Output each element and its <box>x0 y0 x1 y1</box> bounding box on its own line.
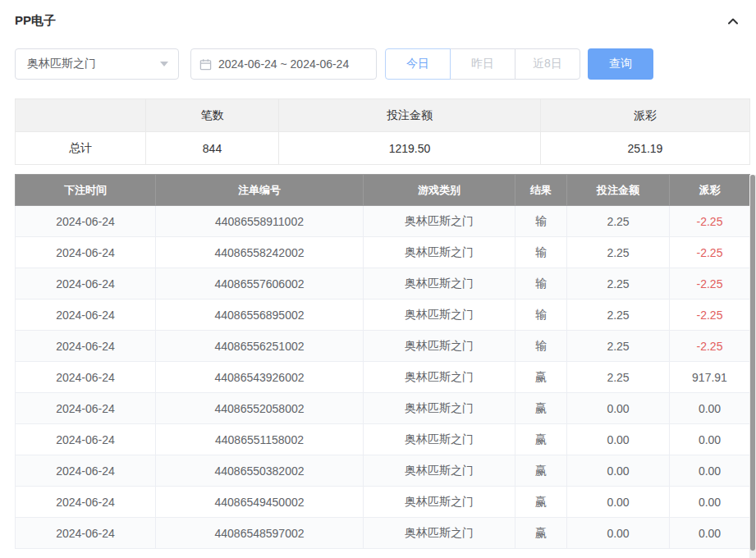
summary-bet-amount: 1219.50 <box>279 132 541 165</box>
bet-time-cell: 2024-06-24 <box>16 237 156 268</box>
column-header: 投注金额 <box>567 175 670 206</box>
date-range-value: 2024-06-24 ~ 2024-06-24 <box>218 57 349 71</box>
payout-cell: 0.00 <box>670 393 750 424</box>
bet-amount-cell: 0.00 <box>567 518 670 549</box>
summary-column-header <box>16 99 146 132</box>
summary-column-header: 派彩 <box>541 99 750 132</box>
summary-header-row: 笔数投注金额派彩 <box>16 99 750 132</box>
date-range-picker[interactable]: 2024-06-24 ~ 2024-06-24 <box>190 48 377 80</box>
table-row: 2024-06-2444086551158002奥林匹斯之门赢0.000.00 <box>16 424 750 455</box>
collapse-chevron-up-icon[interactable] <box>726 15 740 28</box>
table-row: 2024-06-2444086549450002奥林匹斯之门赢0.000.00 <box>16 487 750 518</box>
bet-amount-cell: 0.00 <box>567 393 670 424</box>
result-cell: 赢 <box>515 487 567 518</box>
bet-amount-cell: 0.00 <box>567 487 670 518</box>
order-id-cell: 44086543926002 <box>156 362 364 393</box>
order-id-cell: 44086556895002 <box>156 300 364 331</box>
filter-bar: 奥林匹斯之门 2024-06-24 ~ 2024-06-24 今日昨日近8日 查… <box>0 48 756 80</box>
quick-filter-group: 今日昨日近8日 <box>385 48 580 80</box>
game-select[interactable]: 奥林匹斯之门 <box>15 48 179 80</box>
summary-total-row: 总计 844 1219.50 251.19 <box>16 132 750 165</box>
bet-time-cell: 2024-06-24 <box>16 206 156 237</box>
column-header: 游戏类别 <box>364 175 515 206</box>
game-cell: 奥林匹斯之门 <box>364 455 515 487</box>
payout-cell: -2.25 <box>670 206 750 237</box>
order-id-cell: 44086549450002 <box>156 487 364 518</box>
game-cell: 奥林匹斯之门 <box>364 206 515 237</box>
column-header: 下注时间 <box>16 175 156 206</box>
bet-time-cell: 2024-06-24 <box>16 518 156 549</box>
order-id-cell: 44086556251002 <box>156 331 364 362</box>
column-header: 注单编号 <box>156 175 364 206</box>
result-cell: 赢 <box>515 455 567 487</box>
bet-time-cell: 2024-06-24 <box>16 331 156 362</box>
summary-payout: 251.19 <box>541 132 750 165</box>
summary-table: 笔数投注金额派彩 总计 844 1219.50 251.19 <box>15 98 750 165</box>
result-cell: 输 <box>515 331 567 362</box>
table-row: 2024-06-2444086558242002奥林匹斯之门输2.25-2.25 <box>16 237 750 268</box>
search-button[interactable]: 查询 <box>588 48 653 80</box>
game-cell: 奥林匹斯之门 <box>364 237 515 268</box>
panel-header: PP电子 <box>0 0 756 48</box>
result-cell: 输 <box>515 300 567 331</box>
bet-amount-cell: 2.25 <box>567 300 670 331</box>
payout-cell: -2.25 <box>670 300 750 331</box>
quick-filter-button[interactable]: 近8日 <box>515 48 580 80</box>
column-header: 结果 <box>515 175 567 206</box>
game-cell: 奥林匹斯之门 <box>364 518 515 549</box>
order-id-cell: 44086551158002 <box>156 424 364 455</box>
result-cell: 赢 <box>515 393 567 424</box>
payout-cell: -2.25 <box>670 331 750 362</box>
game-cell: 奥林匹斯之门 <box>364 362 515 393</box>
game-cell: 奥林匹斯之门 <box>364 331 515 362</box>
game-select-value: 奥林匹斯之门 <box>27 57 96 71</box>
table-row: 2024-06-2444086548597002奥林匹斯之门赢0.000.00 <box>16 518 750 549</box>
bet-amount-cell: 2.25 <box>567 237 670 268</box>
payout-cell: 0.00 <box>670 455 750 487</box>
bet-amount-cell: 2.25 <box>567 206 670 237</box>
payout-cell: -2.25 <box>670 237 750 268</box>
panel-title: PP电子 <box>15 13 56 29</box>
table-row: 2024-06-2444086558911002奥林匹斯之门输2.25-2.25 <box>16 206 750 237</box>
game-cell: 奥林匹斯之门 <box>364 424 515 455</box>
table-row: 2024-06-2444086552058002奥林匹斯之门赢0.000.00 <box>16 393 750 424</box>
bet-time-cell: 2024-06-24 <box>16 362 156 393</box>
table-row: 2024-06-2444086550382002奥林匹斯之门赢0.000.00 <box>16 455 750 487</box>
table-row: 2024-06-2444086556895002奥林匹斯之门输2.25-2.25 <box>16 300 750 331</box>
pp-electronics-panel: PP电子 奥林匹斯之门 2024-06-24 ~ 2024-06-24 今日昨日… <box>0 0 756 558</box>
bet-amount-cell: 2.25 <box>567 268 670 300</box>
result-cell: 输 <box>515 268 567 300</box>
order-id-cell: 44086548597002 <box>156 518 364 549</box>
order-id-cell: 44086557606002 <box>156 268 364 300</box>
order-id-cell: 44086558242002 <box>156 237 364 268</box>
payout-cell: 0.00 <box>670 487 750 518</box>
quick-filter-button[interactable]: 昨日 <box>450 48 515 80</box>
summary-column-header: 笔数 <box>146 99 279 132</box>
table-header-row: 下注时间注单编号游戏类别结果投注金额派彩 <box>16 175 750 206</box>
order-id-cell: 44086558911002 <box>156 206 364 237</box>
game-cell: 奥林匹斯之门 <box>364 393 515 424</box>
order-id-cell: 44086550382002 <box>156 455 364 487</box>
result-cell: 赢 <box>515 518 567 549</box>
calendar-icon <box>199 58 212 71</box>
result-cell: 赢 <box>515 424 567 455</box>
result-cell: 输 <box>515 237 567 268</box>
summary-count: 844 <box>146 132 279 165</box>
bet-time-cell: 2024-06-24 <box>16 455 156 487</box>
bet-amount-cell: 0.00 <box>567 455 670 487</box>
bet-time-cell: 2024-06-24 <box>16 393 156 424</box>
column-header: 派彩 <box>670 175 750 206</box>
payout-cell: -2.25 <box>670 268 750 300</box>
payout-cell: 0.00 <box>670 424 750 455</box>
table-row: 2024-06-2444086556251002奥林匹斯之门输2.25-2.25 <box>16 331 750 362</box>
order-id-cell: 44086552058002 <box>156 393 364 424</box>
bet-amount-cell: 2.25 <box>567 362 670 393</box>
table-row: 2024-06-2444086557606002奥林匹斯之门输2.25-2.25 <box>16 268 750 300</box>
bet-amount-cell: 2.25 <box>567 331 670 362</box>
payout-cell: 917.91 <box>670 362 750 393</box>
scrollbar-thumb[interactable] <box>750 175 755 551</box>
game-cell: 奥林匹斯之门 <box>364 300 515 331</box>
result-cell: 输 <box>515 206 567 237</box>
bet-time-cell: 2024-06-24 <box>16 487 156 518</box>
quick-filter-button[interactable]: 今日 <box>385 48 451 80</box>
